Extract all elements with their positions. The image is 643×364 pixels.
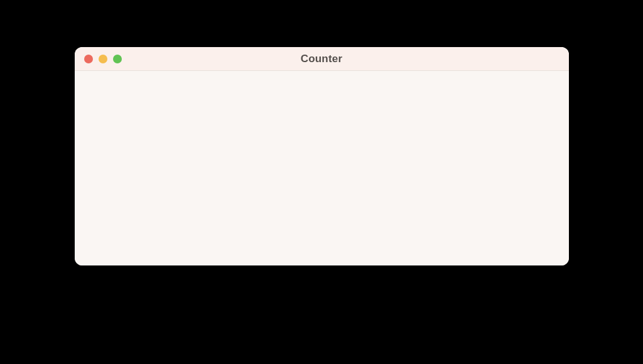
maximize-icon[interactable] [113, 55, 122, 63]
window-title: Counter [75, 53, 569, 65]
close-icon[interactable] [84, 55, 93, 63]
traffic-lights [75, 55, 122, 63]
titlebar[interactable]: Counter [75, 47, 569, 71]
minimize-icon[interactable] [99, 55, 107, 63]
window-content [75, 71, 569, 265]
app-window: Counter [75, 47, 569, 265]
